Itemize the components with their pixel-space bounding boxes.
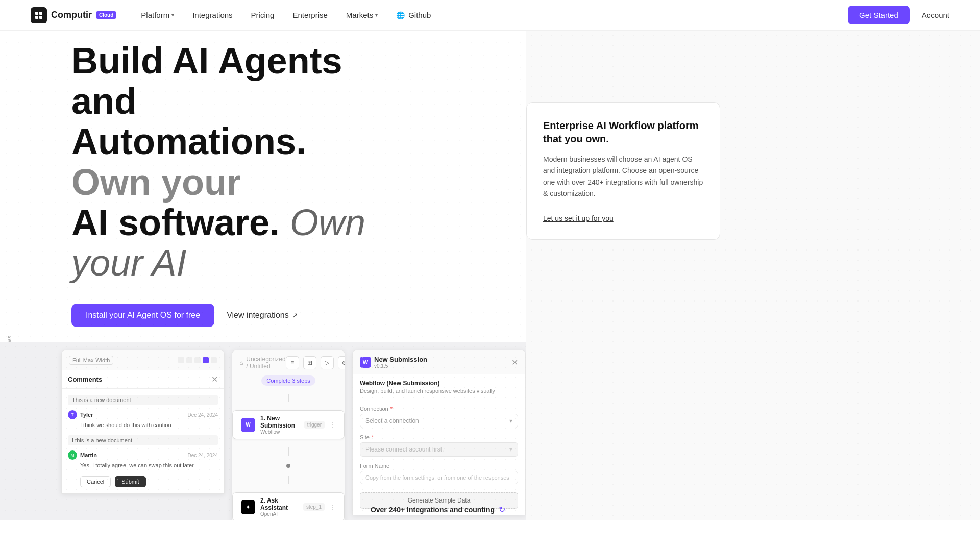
comments-panel: Full Max-Width Comments ✕ bbox=[61, 350, 225, 494]
node-1-info: 1. New Submission Webflow bbox=[260, 415, 299, 435]
arrow-icon: ↗ bbox=[292, 311, 298, 319]
connection-placeholder: Select a connection bbox=[365, 417, 419, 424]
tool-icon-active bbox=[203, 357, 209, 363]
form-close-icon[interactable]: ✕ bbox=[511, 358, 518, 367]
view-integrations-link[interactable]: View integrations ↗ bbox=[227, 311, 298, 320]
workflow-badge: Complete 3 steps bbox=[261, 375, 315, 386]
form-row-connection: Connection * Select a connection ▾ bbox=[360, 406, 518, 428]
node-connector-3 bbox=[288, 476, 289, 484]
form-subtitle-area: Webflow (New Submission) Design, build, … bbox=[353, 374, 525, 399]
setup-link[interactable]: Let us set it up for you bbox=[543, 214, 614, 222]
required-mark-1: * bbox=[390, 406, 393, 412]
form-webflow-icon: W bbox=[360, 357, 371, 368]
apps-tool[interactable]: ⊞ bbox=[303, 356, 316, 369]
nav-pricing[interactable]: Pricing bbox=[251, 11, 275, 19]
home-icon: ⌂ bbox=[239, 359, 243, 366]
nav-links: Platform ▾ Integrations Pricing Enterpri… bbox=[141, 11, 848, 19]
submit-button[interactable]: Submit bbox=[115, 476, 145, 487]
nav-enterprise[interactable]: Enterprise bbox=[292, 11, 327, 19]
node-2-label: step_1 bbox=[303, 503, 325, 511]
hero-title-line3: AI software. Own your AI bbox=[71, 202, 365, 283]
workflow-node-2[interactable]: ✦ 2. Ask Assistant OpenAI step_1 ⋮ bbox=[232, 492, 345, 520]
document-label: This is a new document bbox=[68, 395, 218, 405]
tool-icon-3 bbox=[194, 357, 201, 363]
comment-2-meta: M Martin Dec 24, 2024 bbox=[68, 450, 218, 460]
workflow-tools: ≡ ⊞ ▷ ⊙ Publish bbox=[286, 356, 345, 369]
form-version: v0.1.5 bbox=[374, 363, 427, 369]
nav-markets[interactable]: Markets ▾ bbox=[346, 11, 378, 19]
side-panel-card: Enterprise AI Workflow platform that you… bbox=[526, 102, 720, 240]
refresh-icon: ↻ bbox=[499, 505, 505, 514]
side-panel-description: Modern businesses will choose an AI agen… bbox=[543, 154, 703, 199]
comment-1-date: Dec 24, 2024 bbox=[188, 412, 218, 418]
versions-tool[interactable]: ⊙ bbox=[338, 356, 345, 369]
hero-title-line1: Build AI Agents and bbox=[71, 40, 342, 121]
comment-2-avatar: M bbox=[68, 450, 77, 460]
workflow-panel: ⌂ Uncategorized / Untitled ≡ ⊞ ▷ ⊙ Publi… bbox=[232, 350, 345, 520]
notes-tool[interactable]: ≡ bbox=[286, 356, 299, 369]
account-link[interactable]: Account bbox=[922, 11, 949, 19]
screenshot-panels: Full Max-Width Comments ✕ bbox=[0, 342, 526, 520]
comments-panel-header: Full Max-Width bbox=[62, 350, 224, 370]
svg-rect-2 bbox=[35, 16, 38, 19]
comments-title: Comments bbox=[68, 375, 102, 383]
node-2-info: 2. Ask Assistant OpenAI bbox=[260, 497, 298, 517]
form-body: Connection * Select a connection ▾ S bbox=[353, 399, 525, 515]
comment-2-date: Dec 24, 2024 bbox=[188, 453, 218, 458]
tool-icon-5 bbox=[211, 357, 217, 363]
workflow-breadcrumb-row: ⌂ Uncategorized / Untitled bbox=[239, 356, 286, 370]
node-1-subtitle: Webflow bbox=[260, 429, 299, 435]
site-label: Site * bbox=[360, 434, 518, 440]
form-name-input[interactable]: Copy from the form settings, or from one… bbox=[360, 471, 518, 484]
form-name-placeholder: Copy from the form settings, or from one… bbox=[365, 474, 509, 481]
chevron-connection-icon: ▾ bbox=[509, 417, 512, 424]
comments-close-icon[interactable]: ✕ bbox=[211, 374, 218, 384]
hero-title-line2: Automations. Own your bbox=[71, 121, 306, 202]
node-1-icon: W bbox=[241, 418, 255, 432]
side-panel-title: Enterprise AI Workflow platform that you… bbox=[543, 119, 703, 145]
comment-1-avatar: T bbox=[68, 410, 77, 419]
logo-badge: Cloud bbox=[96, 11, 116, 19]
workflow-node-1[interactable]: W 1. New Submission Webflow trigger ⋮ bbox=[232, 410, 345, 439]
comment-2-author: Martin bbox=[80, 452, 97, 458]
hero-right-panel: Enterprise AI Workflow platform that you… bbox=[526, 0, 980, 520]
site-placeholder: Please connect account first. bbox=[365, 446, 444, 453]
logo[interactable]: Computir Cloud bbox=[31, 7, 116, 23]
workflow-breadcrumb: Uncategorized / Untitled bbox=[246, 356, 285, 370]
runs-tool[interactable]: ▷ bbox=[321, 356, 334, 369]
node-dot-1 bbox=[286, 464, 290, 468]
screenshot-section: Full Max-Width Comments ✕ bbox=[0, 342, 526, 520]
form-subtitle: Webflow (New Submission) bbox=[360, 380, 518, 387]
comment-1-meta: T Tyler Dec 24, 2024 bbox=[68, 410, 218, 419]
site-select[interactable]: Please connect account first. ▾ bbox=[360, 442, 518, 457]
node-connector-2 bbox=[288, 447, 289, 456]
integration-count-text: Over 240+ Integrations and counting bbox=[371, 506, 495, 514]
form-desc: Design, build, and launch responsive web… bbox=[360, 388, 518, 394]
form-panel: W New Submission v0.1.5 ✕ Webflow (New S… bbox=[352, 350, 526, 515]
comments-header-row: Comments ✕ bbox=[62, 370, 224, 389]
nav-integrations[interactable]: Integrations bbox=[192, 11, 232, 19]
tool-icon-2 bbox=[186, 357, 192, 363]
comment-actions: Cancel Submit bbox=[68, 476, 218, 487]
node-1-title: 1. New Submission bbox=[260, 415, 299, 429]
connection-select[interactable]: Select a connection ▾ bbox=[360, 414, 518, 428]
hero-heading: Build AI Agents and Automations. Own you… bbox=[71, 41, 388, 283]
node-1-menu-icon: ⋮ bbox=[330, 421, 336, 429]
node-2-title: 2. Ask Assistant bbox=[260, 497, 298, 511]
integration-count-bar: Over 240+ Integrations and counting ↻ bbox=[371, 505, 505, 514]
navbar: Computir Cloud Platform ▾ Integrations P… bbox=[0, 0, 980, 31]
comment-item-1: T Tyler Dec 24, 2024 I think we should d… bbox=[68, 410, 218, 429]
logo-name: Computir bbox=[51, 10, 92, 20]
form-row-name: Form Name Copy from the form settings, o… bbox=[360, 463, 518, 484]
nav-github[interactable]: 🌐 Github bbox=[396, 11, 431, 19]
chevron-down-icon-2: ▾ bbox=[375, 12, 378, 18]
get-started-button[interactable]: Get Started bbox=[848, 6, 910, 24]
comment-1-text: I think we should do this with caution bbox=[68, 421, 218, 429]
install-agent-button[interactable]: Install your AI Agent OS for free bbox=[71, 304, 214, 327]
comment-item-2: M Martin Dec 24, 2024 Yes, I totally agr… bbox=[68, 450, 218, 469]
cancel-button[interactable]: Cancel bbox=[80, 476, 111, 487]
logo-icon bbox=[31, 7, 47, 23]
document-label-2: I this is a new document bbox=[68, 435, 218, 445]
connection-label: Connection * bbox=[360, 406, 518, 412]
nav-platform[interactable]: Platform ▾ bbox=[141, 11, 174, 19]
